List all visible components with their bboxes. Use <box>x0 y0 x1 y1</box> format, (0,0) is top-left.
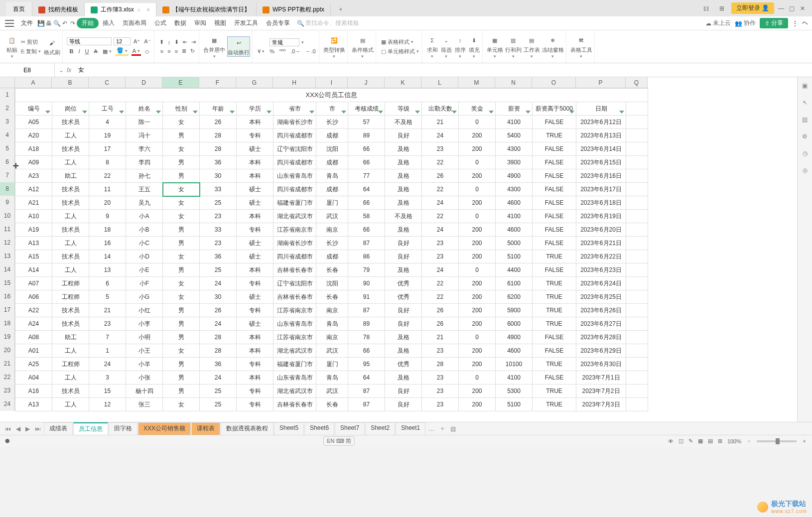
cell[interactable] <box>626 102 648 116</box>
cell[interactable]: 24 <box>422 196 459 210</box>
cell[interactable]: 成都 <box>316 183 348 196</box>
cell[interactable]: 专科 <box>237 129 273 142</box>
cell[interactable]: 良好 <box>385 398 422 411</box>
col-header-K[interactable]: K <box>385 77 421 88</box>
cell[interactable]: 6000 <box>496 317 533 331</box>
cell[interactable]: 技术员 <box>52 196 89 210</box>
cell[interactable]: 及格 <box>385 196 422 210</box>
tab-vip[interactable]: 会员专享 <box>262 19 294 27</box>
cell[interactable]: 及格 <box>385 183 422 196</box>
share-button[interactable]: ⇧ 分享 <box>760 18 788 28</box>
format-painter-button[interactable]: 🖌格式刷 <box>44 37 60 56</box>
filter-dropdown-icon[interactable] <box>267 111 271 114</box>
minimize-button[interactable]: — <box>778 5 785 12</box>
cell[interactable]: 长春 <box>316 290 348 304</box>
cell[interactable]: 21 <box>89 304 126 317</box>
cell[interactable]: 青岛 <box>316 169 348 183</box>
cell[interactable]: 25 <box>200 398 237 411</box>
cell[interactable]: 硕士 <box>237 183 273 196</box>
cell[interactable]: 26 <box>200 116 237 129</box>
cell[interactable] <box>626 223 648 237</box>
tab-start[interactable]: 开始 <box>77 18 99 28</box>
cell[interactable]: 工人 <box>52 263 89 277</box>
cell[interactable]: A18 <box>15 142 52 156</box>
cell[interactable]: 30 <box>200 169 237 183</box>
filter-dropdown-icon[interactable] <box>378 111 383 114</box>
cell[interactable]: 4900 <box>496 169 533 183</box>
cell[interactable]: 2023年6月22日 <box>576 250 626 263</box>
cell[interactable]: 男 <box>163 156 200 169</box>
cell[interactable]: TRUE <box>533 277 576 290</box>
cell[interactable]: 26 <box>422 304 459 317</box>
cell[interactable]: 厦门 <box>316 196 348 210</box>
cell[interactable]: 小E <box>126 263 163 277</box>
cell[interactable] <box>626 116 648 129</box>
row-header[interactable]: 18 <box>0 317 15 330</box>
increase-font-icon[interactable]: A⁺ <box>133 38 141 45</box>
fx-icon[interactable]: fx <box>67 67 71 74</box>
cell[interactable]: 2023年6月12日 <box>576 116 626 129</box>
cell[interactable]: 200 <box>459 277 496 290</box>
cell[interactable]: 2023年6月17日 <box>576 183 626 196</box>
cell[interactable]: 技术员 <box>52 317 89 331</box>
cell[interactable]: 1 <box>89 344 126 358</box>
orientation-icon[interactable]: ↻ <box>189 47 196 55</box>
cell[interactable]: 2023年6月19日 <box>576 210 626 223</box>
cell[interactable]: 10100 <box>496 358 533 371</box>
sort-button[interactable]: ↕排序▾ <box>454 34 466 59</box>
cell[interactable]: 200 <box>459 129 496 142</box>
cell[interactable]: TRUE <box>533 358 576 371</box>
cell[interactable]: 小C <box>126 237 163 250</box>
cell[interactable]: 女 <box>163 183 200 196</box>
cell[interactable]: 22 <box>422 156 459 169</box>
sheet-tab[interactable]: 田字格 <box>109 422 137 435</box>
cell[interactable]: 2023年6月20日 <box>576 223 626 237</box>
cell[interactable]: 23 <box>89 317 126 331</box>
cell[interactable]: 66 <box>348 196 385 210</box>
cell[interactable]: 24 <box>422 129 459 142</box>
cell[interactable]: 四川省成都市 <box>273 250 316 263</box>
cell[interactable] <box>626 371 648 385</box>
font-color-icon[interactable]: A▾ <box>132 47 141 56</box>
cell[interactable]: 专科 <box>237 398 273 411</box>
tab-view[interactable]: 视图 <box>210 19 230 27</box>
cell[interactable]: 6 <box>89 277 126 290</box>
cell[interactable]: 男 <box>163 263 200 277</box>
cell[interactable]: 成都 <box>316 129 348 142</box>
cell[interactable]: 5000 <box>496 237 533 250</box>
cell[interactable]: 良好 <box>385 250 422 263</box>
cell[interactable]: 77 <box>348 169 385 183</box>
row-header[interactable]: 4 <box>0 129 15 142</box>
cell[interactable]: 李四 <box>126 156 163 169</box>
cell[interactable]: 15 <box>89 385 126 398</box>
cell[interactable]: FALSE <box>533 196 576 210</box>
col-header-Q[interactable]: Q <box>626 77 648 88</box>
cell[interactable]: 长春 <box>316 263 348 277</box>
cell[interactable]: 硕士 <box>237 290 273 304</box>
cell[interactable]: 23 <box>422 142 459 156</box>
align-center-icon[interactable]: ≡ <box>166 47 171 55</box>
align-right-icon[interactable]: ≡ <box>174 47 179 55</box>
cell[interactable]: 孙七 <box>126 169 163 183</box>
cell[interactable]: 成都 <box>316 250 348 263</box>
column-header-cell[interactable]: 性别 <box>163 102 200 116</box>
cell[interactable]: 小F <box>126 277 163 290</box>
cell[interactable]: 工程师 <box>52 290 89 304</box>
cell[interactable] <box>626 385 648 398</box>
cell[interactable]: FALSE <box>533 142 576 156</box>
cell[interactable]: 200 <box>459 344 496 358</box>
cell[interactable]: A10 <box>15 210 52 223</box>
tab-formula[interactable]: 公式 <box>150 19 170 27</box>
cell[interactable]: 本科 <box>237 156 273 169</box>
cell[interactable]: 87 <box>348 398 385 411</box>
cell[interactable]: 89 <box>348 129 385 142</box>
cell[interactable]: A01 <box>15 344 52 358</box>
side-tool-4-icon[interactable]: ◎ <box>803 167 808 174</box>
cell[interactable]: 技术员 <box>52 223 89 237</box>
sum-button[interactable]: Σ求和▾ <box>426 34 438 59</box>
cell[interactable]: 男 <box>163 129 200 142</box>
row-header[interactable]: 14 <box>0 263 15 276</box>
cell[interactable]: 5 <box>89 290 126 304</box>
cell[interactable]: 33 <box>200 223 237 237</box>
cell[interactable]: 36 <box>200 156 237 169</box>
